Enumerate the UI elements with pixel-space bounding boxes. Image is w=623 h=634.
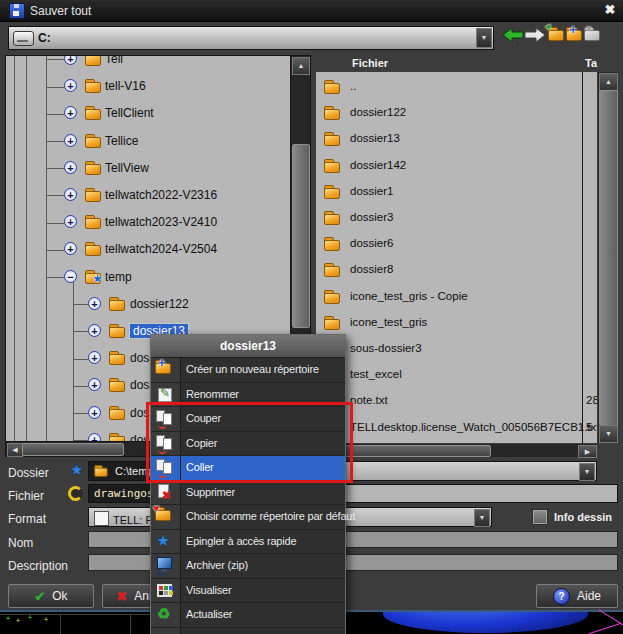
column-header-taille[interactable]: Ta <box>585 57 597 69</box>
folder-icon <box>324 159 340 173</box>
menu-item-label: Archiver (zip) <box>186 559 248 571</box>
menu-item-copy[interactable]: Copier <box>151 432 345 457</box>
expand-icon[interactable]: + <box>88 378 101 391</box>
folder-icon <box>109 324 125 338</box>
ok-button[interactable]: ✔Ok <box>8 584 94 608</box>
tree-row[interactable]: +tellwatch2023-V2410 <box>6 209 290 235</box>
menu-item-paste[interactable]: Coller <box>151 456 345 481</box>
tree-row[interactable]: +dossier122 <box>6 291 290 317</box>
back-icon[interactable] <box>503 24 523 46</box>
format-file-icon <box>94 511 109 526</box>
menu-item-new-folder[interactable]: +Créer un nouveau répertoire <box>151 358 345 383</box>
list-item[interactable]: TELLdesktop.license_Watch_005056B7ECB1.t… <box>316 415 597 441</box>
list-vertical-scrollbar[interactable]: ▲ ▼ <box>598 72 618 443</box>
rename-icon <box>155 385 175 404</box>
chevron-down-icon[interactable]: ▼ <box>579 463 595 481</box>
expand-icon[interactable]: + <box>88 351 101 364</box>
menu-item-rename[interactable]: Renommer <box>151 383 345 408</box>
scroll-thumb[interactable] <box>22 443 124 456</box>
tree-row[interactable]: +tellwatch2024-V2504 <box>6 236 290 262</box>
scroll-left-icon[interactable]: ◀ <box>7 443 23 457</box>
expand-icon[interactable]: + <box>64 161 77 174</box>
folder-up-icon[interactable]: ▲ <box>548 27 564 45</box>
list-item[interactable]: dossier13 <box>316 126 597 152</box>
menu-item-view[interactable]: Visualiser <box>151 579 345 604</box>
new-folder-icon[interactable]: + <box>566 27 582 45</box>
expand-icon[interactable]: + <box>64 215 77 228</box>
tree-row[interactable]: +TellView <box>6 155 290 181</box>
info-dessin-label: Info dessin <box>554 511 612 523</box>
expand-icon[interactable]: + <box>64 242 77 255</box>
menu-item-default-dir[interactable]: ♥Choisir comme répertoire par défaut <box>151 505 345 530</box>
tree-row[interactable]: +TellClient <box>6 100 290 126</box>
list-item[interactable]: icone_test_gris <box>316 310 597 336</box>
expand-icon[interactable]: + <box>64 56 77 65</box>
context-menu-title: dossier13 <box>151 335 345 358</box>
pin-star-icon[interactable]: ★ <box>70 461 83 479</box>
list-item[interactable]: dossier6 <box>316 231 597 257</box>
expand-icon[interactable]: + <box>64 134 77 147</box>
tree-item-label: temp <box>105 270 132 284</box>
scroll-thumb[interactable] <box>292 144 310 328</box>
close-icon[interactable]: ✖ <box>601 2 619 18</box>
scroll-up-icon[interactable]: ▲ <box>292 57 310 75</box>
menu-item-pin[interactable]: Epingler à accès rapide <box>151 530 345 555</box>
question-icon: ? <box>553 588 570 605</box>
file-name: sous-dossier3 <box>350 342 422 354</box>
help-button[interactable]: ?Aide <box>536 584 618 608</box>
list-item[interactable]: note.txt28 <box>316 388 597 414</box>
menu-item-delete[interactable]: Supprimer <box>151 481 345 506</box>
column-header-fichier[interactable]: Fichier <box>352 57 388 69</box>
list-item[interactable]: .. <box>316 74 597 100</box>
scroll-thumb[interactable] <box>599 90 618 426</box>
tree-row[interactable]: +Tellice <box>6 128 290 154</box>
menu-item-refresh[interactable]: Actualiser <box>151 603 345 628</box>
expand-icon[interactable]: + <box>64 106 77 119</box>
info-dessin-checkbox[interactable] <box>532 509 548 525</box>
file-name: icone_test_gris <box>350 316 427 328</box>
folder-icon <box>85 242 101 256</box>
list-item[interactable]: dossier122 <box>316 100 597 126</box>
tree-row[interactable]: +Tell <box>6 56 290 72</box>
list-item[interactable]: test_excel <box>316 362 597 388</box>
delete-icon <box>155 483 175 502</box>
scroll-up-icon[interactable]: ▲ <box>599 73 618 91</box>
chevron-down-icon[interactable]: ▼ <box>476 28 492 48</box>
expand-icon[interactable]: + <box>88 433 101 441</box>
list-item[interactable]: sous-dossier3 <box>316 336 597 362</box>
tree-row[interactable]: −★temp <box>6 264 290 290</box>
expand-icon[interactable]: + <box>88 324 101 337</box>
menu-item-zip[interactable]: Archiver (zip) <box>151 554 345 579</box>
tree-row[interactable]: +tell-V16 <box>6 73 290 99</box>
default-folder-icon[interactable]: ♥ <box>584 27 600 45</box>
tree-row[interactable]: +tellwatch2022-V2316 <box>6 182 290 208</box>
drive-select[interactable]: C: ▼ <box>8 26 494 50</box>
file-size: 5 <box>586 421 592 433</box>
tree-item-label: dossier122 <box>130 297 189 311</box>
expand-icon[interactable]: + <box>64 79 77 92</box>
expand-icon[interactable]: + <box>88 406 101 419</box>
expand-icon[interactable]: + <box>88 297 101 310</box>
folder-icon <box>85 134 101 148</box>
menu-item-cut[interactable]: Couper <box>151 407 345 432</box>
list-item[interactable]: dossier8 <box>316 257 597 283</box>
scroll-down-icon[interactable]: ▼ <box>599 425 618 443</box>
forward-icon[interactable] <box>524 24 544 46</box>
collapse-icon[interactable]: − <box>64 270 77 283</box>
menu-item-label: Coller <box>186 461 214 473</box>
folder-icon <box>85 106 101 120</box>
scroll-right-icon[interactable]: ▶ <box>578 445 597 458</box>
expand-icon[interactable]: + <box>64 188 77 201</box>
list-item[interactable]: dossier1 <box>316 179 597 205</box>
chevron-down-icon[interactable]: ▼ <box>474 509 490 527</box>
list-item[interactable]: dossier142 <box>316 153 597 179</box>
menu-item-properties[interactable]: Propriétés≡ <box>151 628 345 634</box>
file-name: note.txt <box>350 394 388 406</box>
format-label: Format <box>8 512 46 526</box>
tree-item-label: tellwatch2022-V2316 <box>105 188 217 202</box>
list-horizontal-scrollbar[interactable]: ▶ <box>316 444 597 457</box>
list-item[interactable]: icone_test_gris - Copie <box>316 284 597 310</box>
tree-item-label: TellClient <box>105 106 154 120</box>
list-item[interactable]: dossier3 <box>316 205 597 231</box>
menu-item-label: Renommer <box>186 388 239 400</box>
